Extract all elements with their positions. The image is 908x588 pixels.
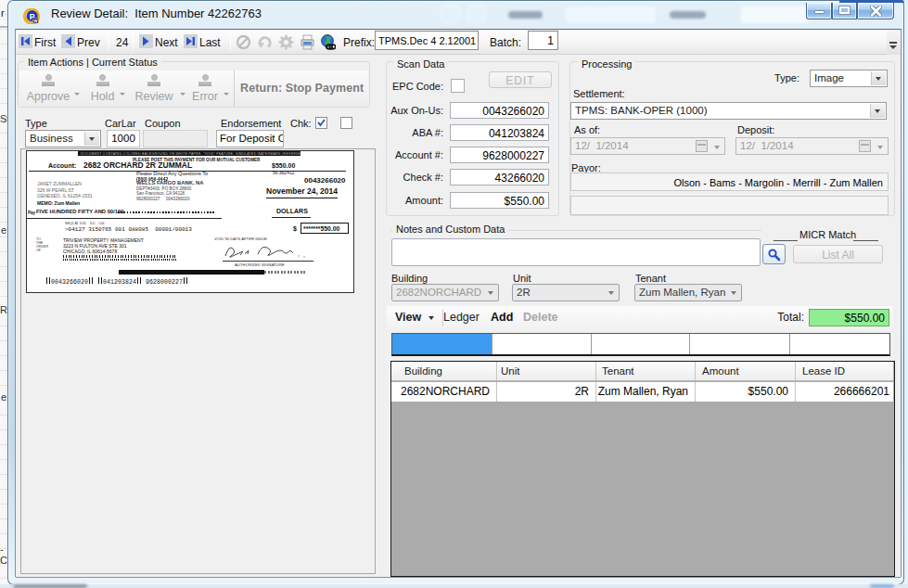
svg-text:w: w bbox=[33, 18, 38, 23]
